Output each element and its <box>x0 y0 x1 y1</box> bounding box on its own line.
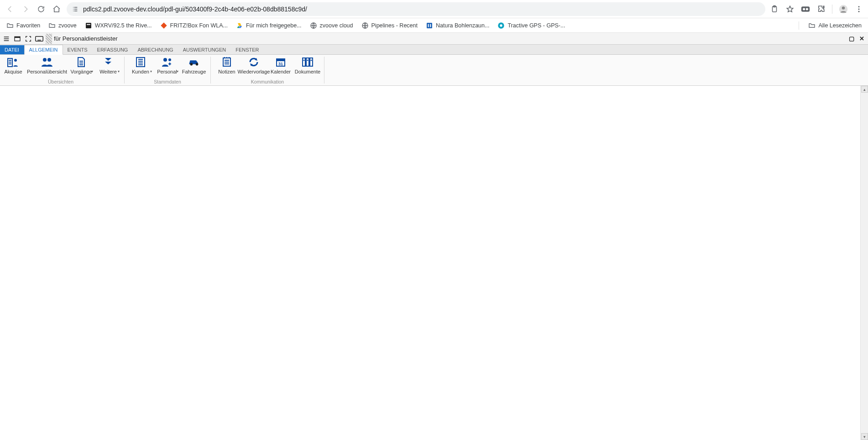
ribbon-kunden-button[interactable]: Kunden ▾ <box>127 56 154 74</box>
ribbon-btn-label: Personalübersicht <box>27 69 67 74</box>
nav-reload-button[interactable] <box>36 4 47 15</box>
bookmark-pipelines[interactable]: Pipelines - Recent <box>361 22 418 29</box>
ribbon-btn-label: Akquise <box>4 69 22 74</box>
vertical-scrollbar[interactable]: ▴ ▾ <box>860 86 868 440</box>
home-icon <box>52 5 61 13</box>
nav-back-button[interactable] <box>5 4 16 15</box>
ribbon-weitere-button[interactable]: Weitere ▾ <box>95 56 121 74</box>
svg-point-42 <box>307 60 309 61</box>
bookmark-label: WXRV/92.5 the Rive... <box>95 22 152 29</box>
refresh-icon <box>247 57 260 68</box>
svg-rect-40 <box>310 58 313 66</box>
bookmark-zvoove-cloud[interactable]: zvoove cloud <box>310 22 353 29</box>
ribbon-group-label: Stammdaten <box>154 79 181 84</box>
menu-hamburger-button[interactable] <box>2 34 11 43</box>
menu-tab-erfassung[interactable]: ERFASSUNG <box>93 45 133 54</box>
bookmark-star-button[interactable] <box>785 5 795 14</box>
bookmark-label: zvoove <box>58 22 77 29</box>
menu-tab-fenster[interactable]: FENSTER <box>231 45 264 54</box>
ribbon-btn-label: Wiedervorlage <box>238 69 270 74</box>
scroll-up-button[interactable]: ▴ <box>861 86 868 93</box>
ribbon-dokumente-button[interactable]: Dokumente <box>294 56 321 74</box>
svg-rect-14 <box>87 24 90 25</box>
bookmark-wxrv[interactable]: WXRV/92.5 the Rive... <box>85 22 152 29</box>
folder-icon <box>808 22 816 29</box>
svg-point-12 <box>858 10 860 12</box>
menu-tab-events[interactable]: EVENTS <box>63 45 93 54</box>
menu-tab-auswertungen[interactable]: AUSWERTUNGEN <box>178 45 231 54</box>
bookmark-tractive[interactable]: Tractive GPS - GPS-... <box>497 22 565 29</box>
ribbon-akquise-button[interactable]: Akquise <box>0 56 26 74</box>
svg-rect-39 <box>306 58 309 66</box>
pin-icon <box>497 22 505 29</box>
gdrive-icon <box>236 22 243 29</box>
ribbon-vorgaenge-button[interactable]: Vorgänge ▾ <box>68 56 95 74</box>
ribbon-notizen-button[interactable]: Notizen <box>214 56 240 74</box>
calendar-icon: 31 <box>274 57 287 68</box>
ribbon-kalender-button[interactable]: 31 Kalender <box>267 56 294 74</box>
nav-forward-button[interactable] <box>20 4 31 15</box>
ribbon-wiedervorlage-button[interactable]: Wiedervorlage <box>240 56 267 74</box>
ribbon-btn-label: Kunden <box>132 69 149 74</box>
svg-rect-36 <box>277 59 285 61</box>
ribbon-divider <box>324 57 324 84</box>
globe-icon <box>310 22 317 29</box>
ribbon-group-kommunikation: Notizen Wiedervorlage 31 Kalender Dokume… <box>214 55 321 85</box>
all-bookmarks-label: Alle Lesezeichen <box>818 22 862 29</box>
svg-rect-38 <box>303 58 305 66</box>
ribbon-fahrzeuge-button[interactable]: Fahrzeuge <box>180 56 208 74</box>
bookmark-favoriten[interactable]: Favoriten <box>6 22 40 29</box>
svg-text:31: 31 <box>278 62 283 66</box>
bookmark-label: Favoriten <box>16 22 40 29</box>
keyboard-button[interactable] <box>35 34 44 43</box>
ribbon-personaluebersicht-button[interactable]: Personalübersicht <box>26 56 68 74</box>
bookmark-label: Für mich freigegebe... <box>246 22 302 29</box>
fullscreen-button[interactable] <box>24 34 33 43</box>
dropdown-caret-icon: ▾ <box>91 69 93 73</box>
bookmark-zvoove[interactable]: zvoove <box>48 22 77 29</box>
profile-avatar[interactable] <box>839 5 848 14</box>
reload-icon <box>37 5 45 13</box>
menu-tab-allgemein[interactable]: ALLGEMEIN <box>24 45 63 55</box>
app-title: für Personaldienstleister <box>52 35 117 42</box>
people-plus-icon <box>161 57 173 68</box>
window-close-button[interactable]: ✕ <box>858 35 865 42</box>
svg-rect-5 <box>801 6 810 12</box>
all-bookmarks-button[interactable]: Alle Lesezeichen <box>808 22 862 29</box>
window-layout-button[interactable] <box>13 34 22 43</box>
keyboard-icon <box>35 36 43 42</box>
ribbon-btn-label: Dokumente <box>295 69 320 74</box>
bookmark-fritzbox[interactable]: FRITZ!Box Fon WLA... <box>160 22 228 29</box>
clipboard-button[interactable] <box>770 5 779 14</box>
svg-point-2 <box>73 10 73 11</box>
binders-icon <box>301 57 314 68</box>
vr-button[interactable] <box>801 5 810 14</box>
svg-point-41 <box>303 60 305 61</box>
bookmark-gdrive[interactable]: Für mich freigegebe... <box>236 22 302 29</box>
svg-rect-19 <box>430 24 431 27</box>
menu-tab-abrechnung[interactable]: ABRECHNUNG <box>133 45 178 54</box>
window-controls: ▢ ✕ <box>848 35 868 42</box>
menu-tab-datei[interactable]: DATEI <box>0 45 24 54</box>
note-icon <box>220 57 233 68</box>
scroll-down-button[interactable]: ▾ <box>861 433 868 440</box>
nav-home-button[interactable] <box>51 4 62 15</box>
svg-point-7 <box>806 8 808 10</box>
avatar-icon <box>839 4 848 14</box>
svg-point-30 <box>163 58 167 62</box>
bookmark-natura[interactable]: Natura Bohlenzaun... <box>426 22 489 29</box>
extensions-button[interactable] <box>816 5 826 14</box>
app-titlebar: für Personaldienstleister ▢ ✕ <box>0 33 868 45</box>
site-icon <box>426 22 433 29</box>
url-bar[interactable]: pdlcs2.pdl.zvoove-dev.cloud/pdl-gui/5034… <box>67 2 765 16</box>
ribbon-personal-button[interactable]: Personal ▾ <box>154 56 180 74</box>
url-text: pdlcs2.pdl.zvoove-dev.cloud/pdl-gui/5034… <box>83 5 307 13</box>
svg-point-43 <box>311 60 312 61</box>
browser-menu-button[interactable] <box>854 5 863 14</box>
svg-point-0 <box>73 7 73 7</box>
bookmark-label: FRITZ!Box Fon WLA... <box>170 22 228 29</box>
window-maximize-button[interactable]: ▢ <box>848 35 855 42</box>
ribbon-btn-label: Notizen <box>218 69 235 74</box>
site-icon <box>85 22 92 29</box>
bookmark-label: Tractive GPS - GPS-... <box>507 22 565 29</box>
